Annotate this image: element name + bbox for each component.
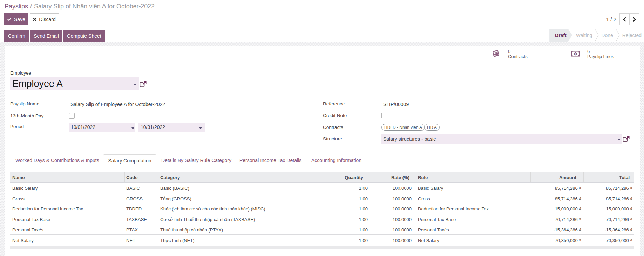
svg-text:1: 1 — [575, 52, 576, 56]
